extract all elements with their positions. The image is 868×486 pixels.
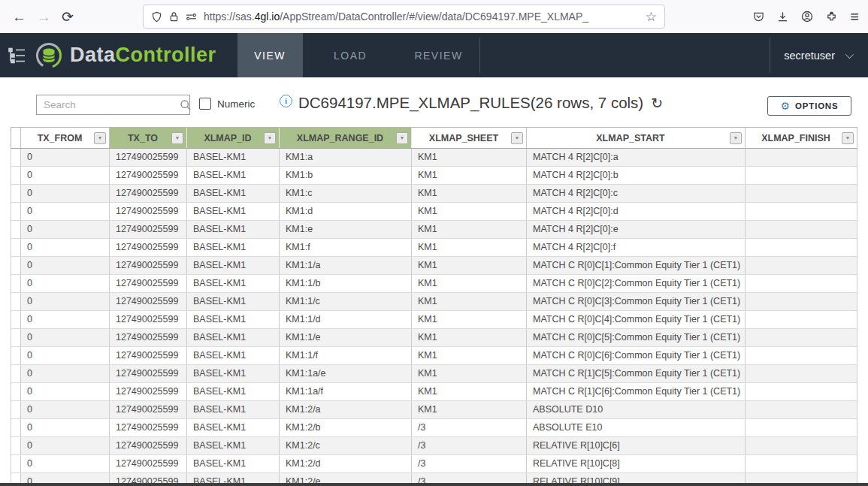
grid-cell[interactable]: 0 [21, 167, 110, 184]
grid-cell[interactable]: 0 [21, 293, 110, 310]
extensions-icon[interactable] [826, 11, 837, 23]
grid-cell[interactable]: KM1:1/a [280, 257, 412, 274]
grid-cell[interactable]: 0 [21, 257, 110, 274]
grid-cell[interactable]: ABSOLUTE E10 [527, 419, 746, 436]
grid-cell[interactable]: MATCH 4 R[2]C[0]:d [527, 203, 746, 220]
grid-cell[interactable]: BASEL-KM1 [187, 221, 280, 238]
menu-icon[interactable]: ≡ [850, 8, 859, 26]
grid-cell[interactable] [746, 221, 857, 238]
grid-cell[interactable]: 0 [21, 383, 110, 400]
grid-cell[interactable] [746, 293, 857, 310]
grid-header-cell[interactable]: XLMAP_START▼ [527, 128, 746, 148]
grid-header-cell[interactable]: TX_FROM▼ [21, 128, 110, 148]
grid-cell[interactable]: KM1:a [280, 149, 412, 166]
grid-cell[interactable]: KM1:1a/f [280, 383, 412, 400]
grid-cell[interactable]: 127490025599 [110, 311, 187, 328]
url-text[interactable]: https://sas.4gl.io/AppStream/DataControl… [204, 11, 639, 23]
grid-cell[interactable] [746, 239, 857, 256]
grid-cell[interactable]: 0 [21, 185, 110, 202]
grid-cell[interactable]: MATCH C R[0]C[5]:Common Equity Tier 1 (C… [527, 329, 746, 346]
grid-cell[interactable]: MATCH 4 R[2]C[0]:e [527, 221, 746, 238]
grid-cell[interactable]: /3 [412, 455, 527, 472]
tab-view[interactable]: VIEW [237, 33, 303, 77]
grid-cell[interactable]: KM1 [412, 203, 527, 220]
grid-cell[interactable]: RELATIVE R[10]C[8] [527, 455, 746, 472]
grid-cell[interactable] [746, 167, 857, 184]
grid-cell[interactable]: BASEL-KM1 [187, 185, 280, 202]
row-handle[interactable] [11, 437, 21, 454]
grid-cell[interactable]: BASEL-KM1 [187, 455, 280, 472]
grid-cell[interactable]: ABSOLUTE D10 [527, 401, 746, 418]
grid-cell[interactable]: BASEL-KM1 [187, 383, 280, 400]
grid-cell[interactable]: /3 [412, 437, 527, 454]
grid-header-cell[interactable]: XLMAP_FINISH▼ [746, 128, 857, 148]
grid-cell[interactable]: KM1:2/a [280, 401, 412, 418]
grid-cell[interactable]: MATCH 4 R[2]C[0]:f [527, 239, 746, 256]
lock-icon[interactable] [169, 11, 179, 22]
grid-cell[interactable]: KM1:f [280, 239, 412, 256]
grid-cell[interactable] [746, 311, 857, 328]
row-handle[interactable] [11, 149, 21, 166]
grid-cell[interactable] [746, 365, 857, 382]
grid-cell[interactable]: MATCH C R[1]C[5]:Common Equity Tier 1 (C… [527, 365, 746, 382]
row-handle[interactable] [11, 203, 21, 220]
grid-cell[interactable]: KM1:1/f [280, 347, 412, 364]
numeric-checkbox[interactable] [199, 98, 211, 110]
search-input[interactable] [37, 95, 180, 114]
grid-cell[interactable]: KM1 [412, 221, 527, 238]
grid-cell[interactable]: /3 [412, 419, 527, 436]
grid-cell[interactable]: BASEL-KM1 [187, 275, 280, 292]
filter-button[interactable]: ▼ [264, 132, 276, 144]
filter-button[interactable]: ▼ [842, 132, 854, 144]
user-menu[interactable]: secretuser [770, 33, 868, 77]
grid-cell[interactable]: 0 [21, 149, 110, 166]
grid-cell[interactable] [746, 257, 857, 274]
grid-header-cell[interactable]: XLMAP_RANGE_ID▼ [280, 128, 412, 148]
sidebar-toggle-icon[interactable] [0, 33, 35, 77]
grid-cell[interactable]: MATCH C R[0]C[1]:Common Equity Tier 1 (C… [527, 257, 746, 274]
row-handle[interactable] [11, 383, 21, 400]
grid-cell[interactable] [746, 437, 857, 454]
grid-cell[interactable]: BASEL-KM1 [187, 401, 280, 418]
grid-cell[interactable]: KM1 [412, 257, 527, 274]
grid-cell[interactable]: KM1 [412, 329, 527, 346]
grid-cell[interactable]: BASEL-KM1 [187, 293, 280, 310]
grid-cell[interactable]: BASEL-KM1 [187, 167, 280, 184]
row-handle[interactable] [11, 221, 21, 238]
grid-cell[interactable]: BASEL-KM1 [187, 149, 280, 166]
grid-header-cell[interactable]: XLMAP_ID▼ [187, 128, 280, 148]
grid-cell[interactable] [746, 185, 857, 202]
grid-cell[interactable]: KM1:c [280, 185, 412, 202]
grid-cell[interactable]: 127490025599 [110, 329, 187, 346]
grid-cell[interactable]: KM1 [412, 149, 527, 166]
reload-icon[interactable]: ⟳ [62, 10, 74, 24]
grid-cell[interactable]: 0 [21, 275, 110, 292]
grid-header-cell[interactable]: TX_TO▼ [110, 128, 187, 148]
grid-cell[interactable]: KM1 [412, 167, 527, 184]
row-handle[interactable] [11, 401, 21, 418]
shield-icon[interactable] [151, 11, 162, 23]
grid-header-handle[interactable] [11, 128, 21, 148]
grid-cell[interactable]: RELATIVE R[10]C[6] [527, 437, 746, 454]
grid-cell[interactable]: MATCH C R[0]C[2]:Common Equity Tier 1 (C… [527, 275, 746, 292]
grid-cell[interactable] [746, 275, 857, 292]
grid-cell[interactable]: 0 [21, 239, 110, 256]
download-icon[interactable] [777, 11, 788, 23]
grid-cell[interactable]: 127490025599 [110, 167, 187, 184]
grid-cell[interactable]: 0 [21, 365, 110, 382]
grid-cell[interactable] [746, 203, 857, 220]
grid-cell[interactable]: KM1 [412, 311, 527, 328]
bookmark-star-icon[interactable]: ☆ [646, 9, 657, 25]
row-handle[interactable] [11, 257, 21, 274]
row-handle[interactable] [11, 419, 21, 436]
grid-cell[interactable]: 127490025599 [110, 221, 187, 238]
grid-cell[interactable]: BASEL-KM1 [187, 239, 280, 256]
grid-cell[interactable]: 127490025599 [110, 149, 187, 166]
filter-button[interactable]: ▼ [730, 132, 742, 144]
row-handle[interactable] [11, 275, 21, 292]
row-handle[interactable] [11, 347, 21, 364]
grid-cell[interactable] [746, 149, 857, 166]
grid-cell[interactable]: 0 [21, 401, 110, 418]
grid-cell[interactable]: MATCH 4 R[2]C[0]:a [527, 149, 746, 166]
grid-cell[interactable]: BASEL-KM1 [187, 365, 280, 382]
